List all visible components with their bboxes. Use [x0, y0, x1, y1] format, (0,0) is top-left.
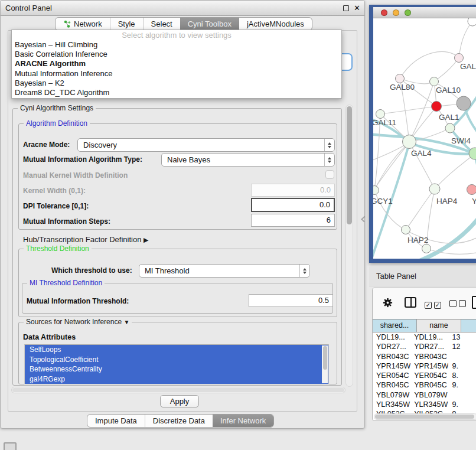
algorithm-option[interactable]: Mutual Information Inference [12, 69, 341, 79]
network-node[interactable] [432, 102, 442, 112]
algorithm-definition-title: Algorithm Definition [24, 119, 90, 128]
tab-impute-data[interactable]: Impute Data [87, 415, 145, 427]
gear-icon[interactable] [382, 297, 393, 311]
kernel-width-label: Kernel Width (0,1): [23, 187, 86, 195]
column-header[interactable]: shared... [373, 319, 417, 332]
scrollbar-thumb[interactable] [375, 415, 474, 419]
table-horizontal-scrollbar[interactable] [374, 413, 476, 420]
table-row[interactable]: YPR145WYPR145W9. [373, 361, 476, 371]
tab-label: Style [118, 18, 135, 30]
algorithm-option[interactable]: Basic Correlation Inference [12, 50, 341, 59]
tab-select[interactable]: Select [143, 18, 180, 30]
table-row[interactable]: YLR345WYLR345W9. [373, 400, 476, 409]
document-icon[interactable] [472, 296, 476, 309]
table-row[interactable]: YIL052CYIL052C9. [373, 409, 476, 413]
network-node[interactable] [429, 184, 440, 194]
network-node[interactable] [468, 18, 476, 26]
control-panel-titlebar[interactable]: Control Panel ✕ [1, 1, 364, 16]
tab-network[interactable]: Network [56, 18, 110, 30]
table-row[interactable]: YER054CYER054C8. [373, 371, 476, 380]
aracne-mode-select[interactable]: Discovery [77, 138, 335, 152]
table-row[interactable]: YDR27...YDR27...12 [373, 342, 476, 351]
table-body: YDL19...YDL19...13YDR27...YDR27...12YBR0… [373, 332, 476, 413]
dpi-tolerance-field[interactable]: 0.0 [251, 198, 335, 212]
tab-discretize-data[interactable]: Discretize Data [145, 415, 213, 427]
sources-title[interactable]: Sources for Network Inference ▼ [24, 318, 132, 326]
zoom-traffic-light[interactable] [405, 9, 411, 16]
apply-button[interactable]: Apply [160, 395, 199, 407]
network-node[interactable] [396, 74, 405, 83]
column-header[interactable] [461, 319, 476, 332]
hub-definition-disclosure[interactable]: Hub/Transcription Factor Definition ▶ [23, 235, 148, 244]
network-node[interactable] [376, 110, 385, 119]
network-node[interactable] [430, 77, 439, 86]
data-attribute-item[interactable]: SelfLoops [25, 345, 328, 355]
table-cell: YDR27... [373, 342, 410, 351]
bottom-corner-widget[interactable] [4, 442, 17, 450]
data-attribute-item[interactable]: TopologicalCoefficient [25, 355, 328, 365]
checked-boxes-icon[interactable]: ✓✓ [425, 299, 444, 309]
algorithm-option[interactable]: ARACNE Algorithm [12, 59, 341, 69]
table-toolbar: ✓✓ [373, 288, 476, 319]
network-view-window[interactable]: GALGAL80GAL10GAL1GAL11SWI4GAL4GCY1HAP4YH… [369, 5, 476, 263]
network-node[interactable] [403, 135, 416, 149]
column-header[interactable]: name [417, 319, 461, 332]
control-panel-title: Control Panel [5, 4, 52, 12]
table-header-row: shared...name [373, 319, 476, 332]
table-row[interactable]: YDL19...YDL19...13 [373, 332, 476, 342]
close-icon[interactable]: ✕ [354, 4, 360, 12]
table-row[interactable]: YBR045CYBR045C9. [373, 380, 476, 390]
tab-jactivemnodules[interactable]: jActiveMNodules [239, 18, 312, 30]
table-row[interactable]: YBR043CYBR043C [373, 352, 476, 361]
network-node[interactable] [402, 226, 410, 234]
float-panel-icon[interactable] [343, 5, 349, 11]
settings-vertical-scrollbar[interactable] [345, 105, 353, 387]
which-threshold-select[interactable]: MI Threshold [139, 264, 310, 278]
network-window-titlebar[interactable] [373, 7, 476, 18]
control-panel-window: Control Panel ✕ NetworkStyleSelectCyni T… [0, 0, 365, 429]
algorithm-option[interactable]: Dream8 DC_TDC Algorithm [12, 88, 341, 97]
tab-label: Select [151, 18, 172, 30]
mi-steps-field[interactable]: 6 [251, 214, 335, 227]
scrollbar-thumb[interactable] [347, 106, 352, 224]
mi-threshold-field[interactable]: 0.5 [249, 294, 333, 307]
table-cell: 9. [448, 400, 476, 409]
node-label: GAL4 [411, 149, 432, 158]
network-edge [435, 154, 474, 189]
algorithm-option[interactable]: Bayesian – Hill Climbing [12, 40, 341, 50]
tab-cyni-toolbox[interactable]: Cyni Toolbox [180, 18, 239, 30]
network-canvas[interactable]: GALGAL80GAL10GAL1GAL11SWI4GAL4GCY1HAP4YH… [373, 18, 476, 259]
manual-kernel-width-checkbox[interactable] [325, 170, 334, 179]
network-graph: GALGAL80GAL10GAL1GAL11SWI4GAL4GCY1HAP4YH… [373, 18, 476, 259]
unchecked-boxes-icon[interactable] [449, 299, 468, 309]
tab-infer-network[interactable]: Infer Network [213, 415, 273, 427]
network-edge [400, 51, 459, 79]
popup-placeholder: Select algorithm to view settings [12, 30, 341, 40]
network-node[interactable] [455, 54, 464, 63]
settings-horizontal-scrollbar[interactable] [11, 387, 345, 393]
kernel-width-field[interactable]: 0.0 [251, 184, 335, 197]
which-threshold-value: MI Threshold [145, 266, 190, 275]
mi-algorithm-type-select[interactable]: Naive Bayes [161, 153, 335, 167]
scrollbar-thumb[interactable] [12, 388, 344, 392]
network-node[interactable] [457, 96, 471, 110]
network-edge [406, 189, 435, 230]
data-attribute-item[interactable]: gal4RGexp [25, 374, 328, 384]
tab-style[interactable]: Style [110, 18, 143, 30]
table-row[interactable]: YBL079WYBL079W [373, 390, 476, 400]
list-scrollbar[interactable] [322, 345, 328, 383]
network-node[interactable] [373, 186, 379, 195]
table-cell [448, 390, 476, 400]
node-label: GAL80 [390, 83, 415, 92]
network-node[interactable] [445, 123, 455, 133]
data-attribute-item[interactable]: BetweennessCentrality [25, 364, 328, 374]
network-node[interactable] [422, 244, 431, 253]
node-label: HAP4 [436, 197, 458, 206]
columns-icon[interactable] [405, 297, 416, 308]
network-node[interactable] [467, 185, 476, 195]
minimize-traffic-light[interactable] [393, 9, 399, 16]
close-traffic-light[interactable] [381, 9, 387, 16]
algorithm-option[interactable]: Bayesian – K2 [12, 79, 341, 88]
data-attributes-list[interactable]: SelfLoopsTopologicalCoefficientBetweenne… [24, 344, 329, 384]
mi-threshold-definition-title: MI Threshold Definition [27, 279, 105, 287]
